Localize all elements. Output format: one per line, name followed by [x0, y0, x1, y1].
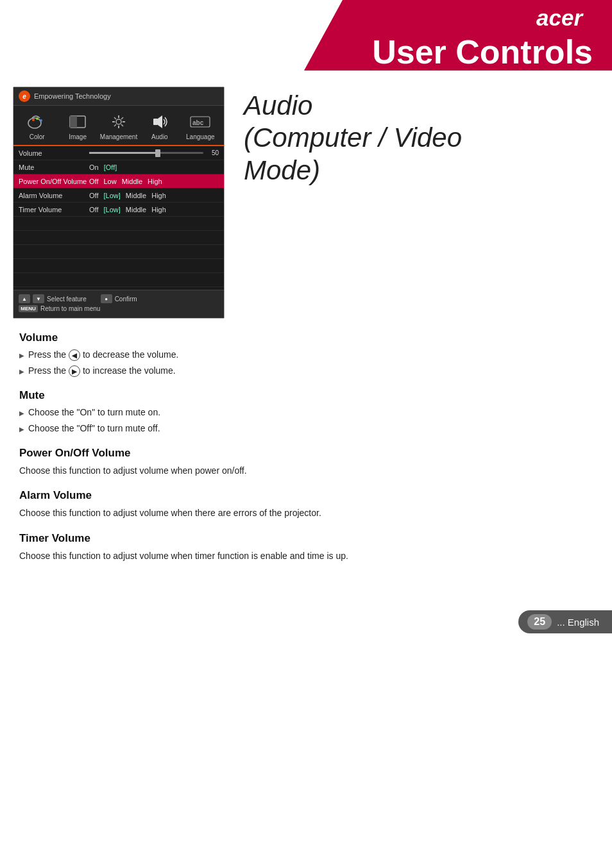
- volume-slider[interactable]: 50: [89, 149, 219, 156]
- down-icon: ▼: [33, 294, 44, 303]
- volume-bullet-1-text: Press the ◀ to decrease the volume.: [28, 348, 178, 362]
- osd-title-bar: e Empowering Technology: [13, 87, 224, 106]
- mute-bullet-1-text: Choose the "On" to turn mute on.: [28, 406, 160, 419]
- footer: 25 ... English: [518, 610, 612, 633]
- svg-line-12: [114, 117, 116, 119]
- osd-empty-4: [13, 259, 224, 273]
- volume-section: Volume ▶ Press the ◀ to decrease the vol…: [19, 331, 593, 378]
- audio-tab-label: Audio: [151, 133, 168, 140]
- pov-high: High: [148, 178, 162, 185]
- svg-rect-6: [70, 116, 77, 128]
- timer-volume-label: Timer Volume: [19, 206, 89, 213]
- osd-panel: e Empowering Technology Color: [13, 87, 225, 319]
- volume-heading: Volume: [19, 331, 593, 344]
- descriptions-section: Volume ▶ Press the ◀ to decrease the vol…: [0, 331, 612, 563]
- bullet-arrow-2: ▶: [19, 367, 24, 376]
- color-tab-icon: [26, 112, 49, 131]
- mute-heading: Mute: [19, 389, 593, 402]
- pov-middle: Middle: [122, 178, 142, 185]
- menu-badge: MENU: [19, 305, 38, 312]
- svg-text:acer: acer: [536, 5, 584, 30]
- svg-line-13: [121, 124, 123, 126]
- right-content: Audio (Computer / Video Mode): [244, 87, 599, 319]
- right-circle-btn: ▶: [69, 365, 80, 377]
- timer-volume-value: Off [Low] Middle High: [89, 206, 219, 213]
- tv-middle: Middle: [126, 206, 146, 213]
- av-low: [Low]: [103, 192, 120, 199]
- management-tab-icon: [107, 112, 130, 131]
- osd-logo-icon: e: [19, 90, 30, 102]
- audio-tab-icon: [148, 112, 171, 131]
- management-tab-label: Management: [100, 133, 137, 140]
- power-volume-heading: Power On/Off Volume: [19, 447, 593, 460]
- av-off: Off: [89, 192, 98, 199]
- left-circle-btn: ◀: [69, 349, 80, 361]
- av-middle: Middle: [126, 192, 146, 199]
- timer-volume-section: Timer Volume Choose this function to adj…: [19, 532, 593, 563]
- tv-low: [Low]: [103, 206, 120, 213]
- osd-row-mute: Mute On [Off]: [13, 160, 224, 174]
- osd-row-alarm-volume: Alarm Volume Off [Low] Middle High: [13, 188, 224, 203]
- pov-low: Low: [103, 178, 116, 185]
- osd-title-text: Empowering Technology: [34, 92, 111, 100]
- osd-tabs: Color Image: [13, 106, 224, 146]
- svg-text:abc: abc: [192, 119, 204, 126]
- osd-tab-image[interactable]: Image: [57, 111, 98, 142]
- slider-thumb: [155, 149, 160, 157]
- svg-point-4: [40, 119, 42, 122]
- footer-area: 25 ... English: [0, 588, 612, 640]
- confirm-label: Confirm: [115, 296, 137, 303]
- osd-row-power-volume: Power On/Off Volume Off Low Middle High: [13, 174, 224, 188]
- osd-row-volume: Volume 50: [13, 146, 224, 160]
- main-content: e Empowering Technology Color: [0, 74, 612, 319]
- language-tab-label: Language: [186, 133, 215, 140]
- osd-tab-language[interactable]: abc Language: [180, 111, 221, 142]
- svg-point-7: [116, 119, 121, 124]
- tv-high: High: [151, 206, 166, 213]
- osd-tab-audio[interactable]: Audio: [139, 111, 180, 142]
- volume-bullet-2-text: Press the ▶ to increase the volume.: [28, 364, 176, 378]
- bullet-arrow-1: ▶: [19, 351, 24, 360]
- confirm-icon: ●: [101, 294, 112, 303]
- svg-rect-16: [153, 119, 158, 125]
- mute-value: On [Off]: [89, 163, 219, 171]
- alarm-volume-value: Off [Low] Middle High: [89, 192, 219, 199]
- footer-language: ... English: [557, 617, 599, 628]
- mute-arrow-1: ▶: [19, 408, 24, 418]
- mute-bullet-2: ▶ Choose the "Off" to turn mute off.: [19, 422, 593, 435]
- timer-volume-heading: Timer Volume: [19, 532, 593, 545]
- power-volume-section: Power On/Off Volume Choose this function…: [19, 447, 593, 478]
- language-tab-icon: abc: [189, 112, 212, 131]
- image-tab-icon: [66, 112, 89, 131]
- svg-point-3: [36, 117, 38, 120]
- mute-bullet-1: ▶ Choose the "On" to turn mute on.: [19, 406, 593, 419]
- volume-value: 50: [206, 149, 219, 156]
- alarm-volume-para: Choose this function to adjust volume wh…: [19, 506, 593, 520]
- volume-label: Volume: [19, 149, 89, 157]
- page-title: User Controls: [0, 0, 612, 69]
- osd-empty-1: [13, 217, 224, 231]
- osd-tab-color[interactable]: Color: [17, 111, 57, 142]
- power-volume-value: Off Low Middle High: [89, 178, 219, 185]
- volume-bullet-2: ▶ Press the ▶ to increase the volume.: [19, 364, 593, 378]
- alarm-volume-section: Alarm Volume Choose this function to adj…: [19, 489, 593, 520]
- osd-empty-5: [13, 273, 224, 287]
- mute-bullet-2-text: Choose the "Off" to turn mute off.: [28, 422, 160, 435]
- page-number: 25: [527, 614, 552, 630]
- osd-tab-management[interactable]: Management: [98, 111, 139, 142]
- svg-point-2: [32, 119, 35, 121]
- alarm-volume-label: Alarm Volume: [19, 192, 89, 199]
- up-icon: ▲: [19, 294, 30, 303]
- timer-volume-para: Choose this function to adjust volume wh…: [19, 549, 593, 563]
- header: acer User Controls: [0, 0, 612, 74]
- svg-line-14: [121, 117, 123, 119]
- av-high: High: [151, 192, 166, 199]
- osd-bottom-menu: MENU Return to main menu: [19, 305, 219, 312]
- power-volume-para: Choose this function to adjust volume wh…: [19, 463, 593, 478]
- tv-off: Off: [89, 206, 98, 213]
- mute-label: Mute: [19, 163, 89, 171]
- osd-empty-2: [13, 231, 224, 245]
- power-volume-label: Power On/Off Volume: [19, 178, 89, 185]
- volume-bullet-1: ▶ Press the ◀ to decrease the volume.: [19, 348, 593, 362]
- svg-line-15: [114, 124, 116, 126]
